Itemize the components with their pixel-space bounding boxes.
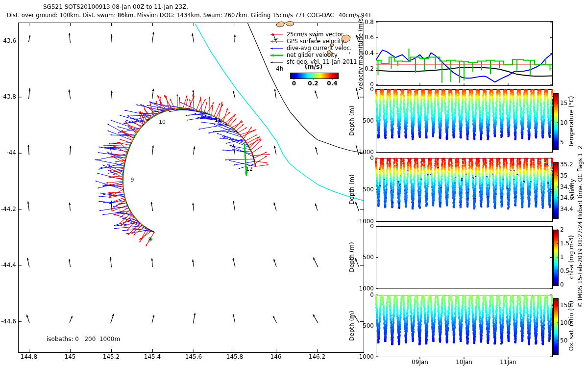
legend-cbar-tick: 0 [292,80,296,86]
legend-item-swim: 25cm/s swim vector [287,32,343,38]
salinity-ylabel: Depth (m) [349,174,355,204]
map-ytick: -43.8 [1,94,16,100]
oxygen-cbar-tick: 50 [560,338,567,343]
temperature-ytick: 0 [370,86,374,92]
temperature-cbar-tick: 10 [560,120,567,126]
temperature-ytick: 500 [363,118,374,124]
map-xtick: 145 [65,354,76,360]
map-ytick: -44.2 [1,206,16,212]
map-xtick: 146.2 [309,354,325,360]
map-xtick: 145.2 [103,354,120,360]
dive-day-label: 10 [159,119,166,125]
map-xtick: 146 [270,354,282,360]
legend-item-net: net glider velocity [287,53,338,58]
chla-ytick: 500 [363,254,374,260]
oxygen-ytick: 0 [370,292,374,298]
map-xtick: 145.4 [144,354,161,360]
imos-footer: © IMOS 15-Feb-2019 01:27:24 Hobart time.… [578,146,584,308]
dive-day-label: 12 [246,166,253,172]
chla-ytick: 0 [370,223,374,229]
salinity-ytick: 0 [370,155,374,161]
salinity-cbar-tick: 35 [560,173,567,179]
legend-cbar-tick: 0.2 [308,80,318,86]
oxygen-ylabel: Depth (m) [349,311,355,341]
map-subtitle: Dist. over ground: 100km. Dist. swum: 86… [7,13,371,19]
map-ytick: -44.6 [1,318,16,324]
isobaths-note: isobaths: 0 200 1000m [47,336,120,342]
velocity-ytick: 0.6 [365,34,374,40]
legend-item-gps: GPS surface velocity [287,39,344,45]
chla-cbar-label: chl-a (mg m-3) [568,235,574,279]
oxygen-xtick: 09Jan [412,359,428,365]
oxygen-ytick: 500 [363,323,374,329]
salinity-cbar-label: salinity [569,179,575,200]
oxygen-cbar-label: Ox. sat. ratio (%) [568,301,574,351]
map-ytick: -43.6 [1,38,16,44]
salinity-cbar-tick: 35.2 [560,161,573,167]
dive-day-label: 11 [215,117,221,123]
velocity-ylabel: velocity magnitude (m/s) [358,16,364,90]
velocity-ytick: 0.4 [365,50,374,56]
map-xtick: 145.8 [226,354,243,360]
legend-cbar-title: (m/s) [305,64,322,70]
chla-cbar-tick: 2 [560,227,564,233]
legend-item-current: dive-avg current veloc. [287,46,352,52]
salinity-cbar-tick: 34.4 [560,206,573,212]
chla-cbar-tick: 0 [560,282,564,288]
temperature-cbar-tick: 5 [560,139,564,145]
chla-ylabel: Depth (m) [349,242,355,272]
legend-time-note: 4h [276,66,283,72]
dive-day-label: 9 [131,177,134,183]
oxygen-ytick: 1000 [359,354,374,360]
temperature-cbar-label: temperature (°C) [568,96,574,147]
chla-cbar-tick: 1 [560,254,564,260]
map-ytick: -44.4 [1,262,16,268]
velocity-ytick: 0.8 [365,19,374,25]
temperature-ylabel: Depth (m) [349,105,355,135]
oxygen-xtick: 11Jan [500,359,516,365]
glider-mission-figure: SG521 SOTS20100913 08-Jan 00Z to 11-Jan … [0,0,588,368]
temperature-cbar-tick: 15 [560,100,567,106]
map-title: SG521 SOTS20100913 08-Jan 00Z to 11-Jan … [43,4,188,10]
map-xtick: 145.6 [185,354,202,360]
dive-day-label: 8 [148,237,152,242]
map-xtick: 144.8 [21,354,37,360]
velocity-ytick: 0.2 [365,66,374,72]
oxygen-xtick: 10Jan [456,359,472,365]
salinity-ytick: 500 [363,186,374,192]
chla-ytick: 1000 [359,286,374,291]
map-ytick: -44 [6,150,16,156]
legend-cbar-tick: 0.4 [327,80,337,86]
